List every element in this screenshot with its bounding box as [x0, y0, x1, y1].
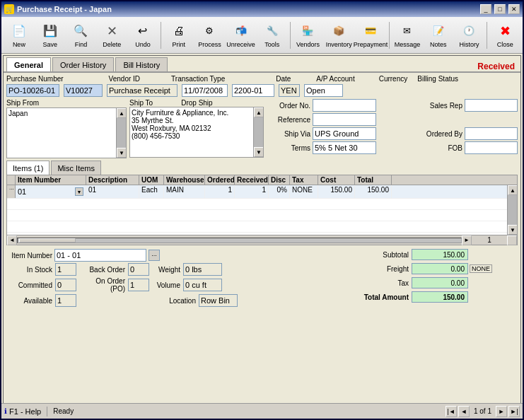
delete-button[interactable]: ✕ Delete: [97, 19, 127, 52]
weight-label: Weight: [152, 266, 180, 274]
table-row[interactable]: ··· 01 ▼ 01 Each MAIN 1 1 0% NONE 150.00: [7, 185, 507, 199]
inventory-button[interactable]: 📦 Inventory: [324, 19, 354, 52]
history-label: History: [459, 41, 479, 48]
new-button[interactable]: 📄 New: [4, 19, 34, 52]
ship-from-scroll-up[interactable]: ▲: [117, 108, 127, 118]
process-icon: ⚙: [201, 23, 218, 40]
col-header-uom[interactable]: UOM: [139, 175, 164, 185]
fob-input[interactable]: [465, 141, 518, 154]
col-header-item-number[interactable]: Item Number: [16, 175, 86, 185]
back-order-label: Back Order: [79, 266, 125, 274]
reference-input[interactable]: [313, 113, 376, 126]
grid-vertical-scrollbar[interactable]: ▲ ▼: [507, 185, 517, 235]
unreceive-button[interactable]: 📬 Unreceive: [226, 19, 256, 52]
volume-input: [183, 279, 222, 291]
col-header-ordered[interactable]: Ordered: [205, 175, 235, 185]
scroll-right-button[interactable]: ►: [462, 235, 472, 245]
committed-input: [55, 279, 76, 291]
ship-from-textarea[interactable]: [7, 108, 116, 158]
col-header-received[interactable]: Received: [235, 175, 269, 185]
scroll-down-button[interactable]: ▼: [508, 225, 517, 235]
ap-account-input[interactable]: [232, 84, 274, 97]
maximize-button[interactable]: □: [494, 4, 506, 14]
cell-total[interactable]: 150.00: [355, 185, 392, 198]
cell-tax[interactable]: NONE: [290, 185, 318, 198]
billing-status-group: Billing Status: [410, 75, 458, 83]
sales-rep-label: Sales Rep: [420, 102, 462, 110]
tools-button[interactable]: 🔧 Tools: [257, 19, 287, 52]
nav-next-button[interactable]: ►: [496, 406, 507, 417]
item-number-ellipsis-button[interactable]: ···: [149, 250, 160, 261]
cell-warehouse[interactable]: MAIN: [164, 185, 205, 198]
vendors-button[interactable]: 🏪 Vendors: [293, 19, 323, 52]
cell-uom[interactable]: Each: [139, 185, 164, 198]
summary-section: Subtotal Freight NONE Tax Total Amount: [355, 249, 518, 308]
cell-ordered[interactable]: 1: [205, 185, 235, 198]
weight-input: [183, 263, 222, 276]
billing-status-input[interactable]: [304, 84, 343, 97]
undo-button[interactable]: ↩ Undo: [128, 19, 158, 52]
close-toolbar-button[interactable]: ✖ Close: [490, 19, 520, 52]
cell-received[interactable]: 1: [235, 185, 269, 198]
nav-first-button[interactable]: |◄: [446, 406, 457, 417]
ship-from-scroll-down[interactable]: ▼: [117, 148, 127, 158]
history-button[interactable]: 🕐 History: [455, 19, 484, 52]
grid-horizontal-scrollbar[interactable]: ◄ ► 1: [7, 235, 517, 245]
h-scroll-thumb[interactable]: [19, 238, 76, 243]
tools-icon: 🔧: [264, 23, 281, 40]
date-input[interactable]: [182, 84, 228, 97]
print-button[interactable]: 🖨 Print: [164, 19, 194, 52]
col-header-total[interactable]: Total: [355, 175, 392, 185]
close-button[interactable]: ✕: [508, 4, 520, 14]
new-label: New: [13, 41, 25, 48]
nav-last-button[interactable]: ►|: [508, 406, 520, 417]
terms-input[interactable]: [313, 141, 376, 154]
sales-rep-input[interactable]: [465, 99, 518, 112]
vendor-id-input[interactable]: [64, 84, 103, 97]
minimize-button[interactable]: _: [480, 4, 491, 14]
freight-value[interactable]: [412, 263, 468, 274]
status-text: Ready: [53, 407, 74, 415]
cell-description[interactable]: 01: [86, 185, 139, 198]
freight-badge: NONE: [470, 264, 492, 273]
tab-general[interactable]: General: [6, 57, 51, 71]
nav-prev-button[interactable]: ◄: [458, 406, 470, 417]
ship-to-textarea[interactable]: City Furniture & Appliance, Inc. 35 Myrt…: [130, 107, 253, 157]
ship-to-scroll-down[interactable]: ▼: [254, 147, 264, 157]
prepayment-button[interactable]: 💳 Prepayment: [355, 19, 386, 52]
item-number-detail-input[interactable]: [54, 249, 146, 262]
order-no-input[interactable]: [313, 99, 376, 112]
tab-items[interactable]: Items (1): [6, 161, 50, 175]
col-header-warehouse[interactable]: Warehouse: [164, 175, 205, 185]
status-bar: ℹ F1 - Help Ready |◄ ◄ 1 of 1 ► ►|: [1, 403, 523, 419]
col-header-tax[interactable]: Tax: [290, 175, 318, 185]
item-dropdown-button[interactable]: ▼: [75, 187, 83, 196]
col-header-description[interactable]: Description: [86, 175, 139, 185]
find-button[interactable]: 🔍 Find: [66, 19, 96, 52]
save-icon: 💾: [42, 23, 59, 40]
col-header-cost[interactable]: Cost: [318, 175, 355, 185]
notes-button[interactable]: 📝 Notes: [424, 19, 453, 52]
h-scroll-track[interactable]: [17, 238, 462, 243]
message-button[interactable]: ✉ Message: [392, 19, 422, 52]
scroll-track[interactable]: [508, 195, 517, 225]
ship-to-scroll-up[interactable]: ▲: [254, 107, 264, 117]
in-stock-input: [55, 263, 76, 276]
scroll-up-button[interactable]: ▲: [508, 185, 517, 195]
tax-row: Tax: [355, 277, 518, 288]
purchase-number-input[interactable]: [6, 84, 59, 97]
save-button[interactable]: 💾 Save: [35, 19, 65, 52]
app-icon: 🛒: [4, 4, 14, 14]
scroll-left-button[interactable]: ◄: [7, 235, 17, 245]
ship-via-input[interactable]: [313, 127, 376, 140]
col-header-disc[interactable]: Disc: [269, 175, 290, 185]
tab-bill-history[interactable]: Bill History: [115, 57, 168, 71]
process-button[interactable]: ⚙ Process: [195, 19, 225, 52]
tab-misc-items[interactable]: Misc Items: [51, 161, 101, 175]
order-no-label: Order No.: [268, 102, 310, 110]
cell-cost[interactable]: 150.00: [318, 185, 355, 198]
cell-disc[interactable]: 0%: [269, 185, 290, 198]
cell-item-number[interactable]: 01 ▼: [16, 185, 86, 198]
tab-order-history[interactable]: Order History: [52, 57, 114, 71]
ordered-by-input[interactable]: [465, 127, 518, 140]
